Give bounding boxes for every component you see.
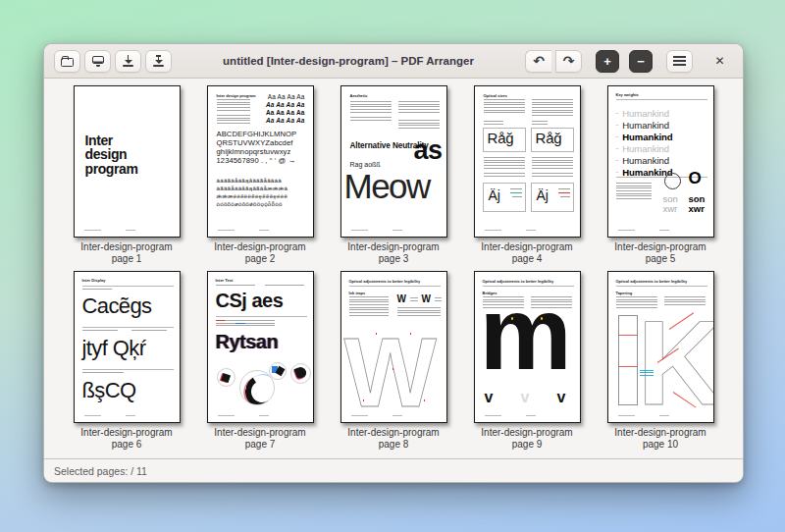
page-thumbnail-1[interactable]: Inter design program — [74, 85, 181, 238]
giant-word-sample: Meow — [344, 167, 430, 206]
close-button[interactable]: ✕ — [706, 50, 733, 73]
redo-button[interactable]: ↷ — [555, 50, 582, 73]
page-thumbnail-2[interactable]: Inter design program Aa Aa Aa Aa Aa Aa A… — [207, 85, 314, 238]
page-caption: Inter-design-program page 9 — [481, 427, 572, 451]
placeholder-text — [484, 99, 525, 113]
page-caption: Inter-design-program page 2 — [214, 241, 305, 265]
import-button[interactable] — [115, 50, 141, 73]
placeholder-text — [265, 285, 304, 288]
placeholder-text — [532, 121, 548, 125]
o-outline-sample — [664, 173, 681, 189]
page-caption: Inter-design-program page 10 — [614, 427, 706, 451]
placeholder-text — [435, 297, 442, 302]
specimen-heading: Optical adjustments to better legibility — [349, 279, 421, 284]
divider — [82, 327, 174, 328]
page-cell-9: Optical adjustments to better legibility… — [460, 271, 594, 456]
detail-circle — [269, 362, 287, 380]
status-bar: Selected pages: / 11 — [44, 458, 743, 482]
annotation-mark — [558, 188, 570, 189]
glyph-sample: Cacẽgs — [82, 293, 152, 319]
specimen-subheading: Tapering — [616, 291, 633, 295]
corner-detail: v — [485, 390, 494, 405]
placeholder-text — [82, 372, 124, 375]
giant-outline-letter: K — [638, 303, 714, 423]
page-cell-10: Optical adjustments to better legibility… — [594, 271, 727, 456]
page-thumbnail-7[interactable]: Inter Text CSj aes Rytsan — [207, 271, 314, 423]
glyph-sample: jtyf Qķŕ — [82, 336, 146, 361]
annotation-mark-blue — [236, 323, 245, 324]
desktop-background: untitled [Inter-design-program] – PDF Ar… — [0, 0, 785, 532]
annotation-line — [619, 335, 637, 336]
placeholder-text — [410, 297, 418, 302]
specimen-subheading: Ink traps — [349, 291, 366, 295]
aa-weights-sample: Aa Aa Aa Aa Aa Aa Aa Aa Aa Aa Aa Aa Aa A… — [266, 93, 305, 125]
placeholder-text — [532, 157, 573, 177]
optical-size-box: Äj — [531, 183, 574, 212]
o-bold-sample: O — [689, 169, 702, 188]
bold-sample: son xwr — [689, 194, 706, 214]
annotation-mark — [512, 196, 522, 197]
zoom-out-button[interactable]: − — [629, 50, 653, 73]
detail-circle — [239, 370, 275, 405]
zoom-out-icon: − — [637, 55, 645, 68]
annotation-note — [640, 370, 654, 376]
annotation-line — [619, 366, 637, 367]
placeholder-text — [217, 99, 250, 112]
specimen-heading: Inter design program — [217, 93, 256, 98]
optical-size-box: Äj — [483, 183, 526, 212]
headerbar: untitled [Inter-design-program] – PDF Ar… — [44, 44, 743, 79]
placeholder-text — [350, 101, 392, 121]
divider — [82, 369, 174, 370]
glyph-sample: CSj aes — [216, 290, 284, 312]
placeholder-text — [484, 157, 525, 177]
undo-button[interactable]: ↶ — [525, 50, 551, 73]
placeholder-text — [398, 120, 440, 130]
redo-icon: ↷ — [563, 54, 575, 68]
annotation-mark-red — [558, 192, 570, 193]
ink-trap-marker — [363, 399, 365, 401]
page-thumbnail-3[interactable]: Aesthetic Alternative Neutrality Rag aoß… — [340, 85, 447, 238]
save-button[interactable] — [84, 50, 111, 73]
page-cell-5: Key weights –Humankind –Humankind –Human… — [594, 85, 727, 271]
window-title: untitled [Inter-design-program] – PDF Ar… — [176, 55, 521, 67]
chromatic-sample: Rytsan — [216, 331, 279, 353]
open-button[interactable] — [54, 50, 80, 73]
annotation-mark-green — [510, 192, 522, 193]
close-icon: ✕ — [714, 55, 724, 67]
placeholder-text — [216, 285, 255, 288]
alphabet-sample: ABCDEFGHIJKLMNOP QRSTUVWXYZabcdef ghijkl… — [217, 130, 297, 165]
page-thumbnail-4[interactable]: Optical sizes Råğ Råğ Äj — [474, 85, 581, 238]
zoom-in-icon: + — [603, 55, 611, 68]
ink-trap-marker — [424, 399, 426, 401]
annotation-mark — [510, 188, 522, 189]
main-menu-button[interactable] — [666, 50, 693, 73]
page-grid: Inter design program Inter-design-progra… — [44, 79, 743, 458]
page-cell-7: Inter Text CSj aes Rytsan — [193, 271, 327, 456]
placeholder-text — [131, 330, 167, 333]
page-caption: Inter-design-program page 6 — [80, 427, 172, 451]
w-sample: W — [397, 293, 406, 304]
page-thumbnail-10[interactable]: Optical adjustments to better legibility… — [607, 271, 714, 423]
page-cell-4: Optical sizes Råğ Råğ Äj — [460, 85, 594, 271]
page-cell-3: Aesthetic Alternative Neutrality Rag aoß… — [327, 85, 460, 271]
specimen-heading: Inter Text — [216, 278, 234, 283]
menu-icon — [673, 56, 686, 66]
placeholder-text — [82, 289, 112, 292]
folder-open-icon — [61, 56, 74, 66]
page-cell-6: Inter Display Cacẽgs jtyf Qķŕ ßşCQ Inter… — [60, 271, 193, 456]
zoom-in-button[interactable]: + — [596, 50, 619, 73]
specimen-heading: Key weights — [616, 92, 639, 97]
page-thumbnail-8[interactable]: Optical adjustments to better legibility… — [340, 271, 447, 423]
page-caption: Inter-design-program page 4 — [481, 241, 572, 265]
arrow-down-dashed-icon — [152, 55, 165, 67]
placeholder-text — [398, 101, 440, 117]
light-sample: son xwr — [663, 194, 678, 214]
divider — [82, 286, 174, 287]
page-thumbnail-6[interactable]: Inter Display Cacẽgs jtyf Qķŕ ßşCQ — [74, 271, 181, 423]
annotation-mark-red — [216, 320, 225, 321]
page-thumbnail-5[interactable]: Key weights –Humankind –Humankind –Human… — [607, 85, 714, 238]
page-thumbnail-9[interactable]: Optical adjustments to better legibility… — [474, 271, 581, 423]
ink-trap-marker — [392, 368, 394, 370]
detail-circle — [290, 363, 311, 384]
insert-button[interactable] — [145, 50, 172, 73]
